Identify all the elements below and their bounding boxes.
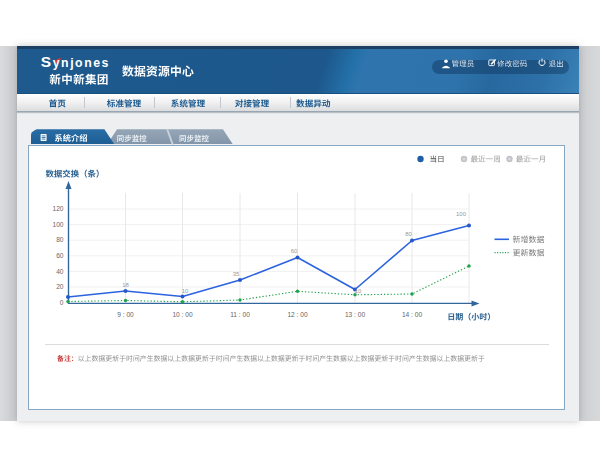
svg-text:60: 60: [56, 252, 64, 259]
svg-text:13 : 00: 13 : 00: [345, 311, 365, 318]
svg-text:10: 10: [355, 288, 362, 294]
svg-text:60: 60: [291, 248, 298, 254]
svg-text:12 : 00: 12 : 00: [287, 311, 307, 318]
svg-text:80: 80: [405, 231, 412, 237]
svg-text:35: 35: [233, 271, 240, 277]
svg-text:20: 20: [56, 283, 64, 290]
svg-text:10 : 00: 10 : 00: [172, 311, 192, 318]
svg-text:120: 120: [52, 205, 63, 212]
svg-text:10: 10: [182, 288, 189, 294]
svg-text:18: 18: [122, 282, 129, 288]
svg-text:80: 80: [56, 236, 64, 243]
svg-text:Synjones: Synjones: [41, 53, 110, 70]
svg-text:0: 0: [60, 299, 64, 306]
svg-text:14 : 00: 14 : 00: [402, 311, 422, 318]
svg-text:9 : 00: 9 : 00: [117, 311, 134, 318]
svg-text:100: 100: [456, 211, 467, 217]
svg-text:40: 40: [56, 268, 64, 275]
svg-text:11 : 00: 11 : 00: [230, 311, 250, 318]
svg-text:100: 100: [52, 221, 63, 228]
